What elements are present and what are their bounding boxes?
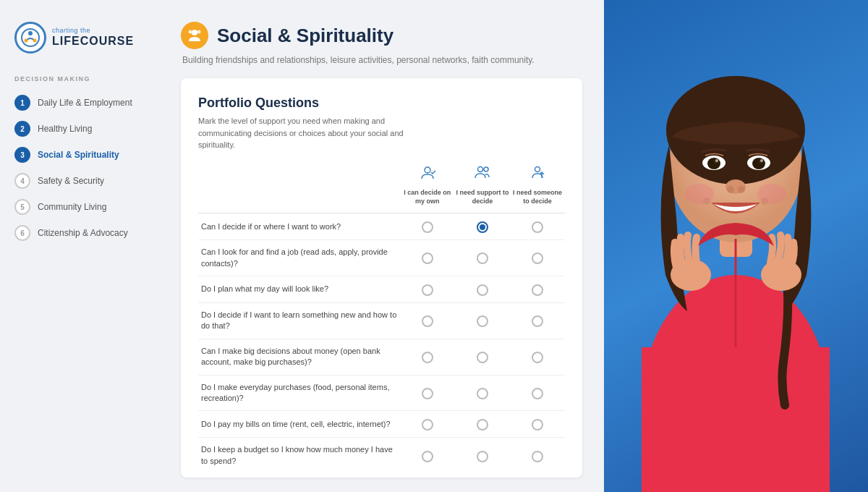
svg-point-28 [727, 186, 734, 193]
radio-option-1[interactable] [477, 419, 488, 430]
radio-cell[interactable] [510, 411, 565, 438]
radio-cell[interactable] [510, 240, 565, 276]
question-text: Can I decide if or where I want to work? [198, 213, 400, 240]
sidebar-item-healthy-living[interactable]: 2 Healthy Living [0, 116, 159, 142]
radio-option-1[interactable] [477, 253, 488, 264]
table-row: Do I make everyday purchases (food, pers… [198, 375, 565, 411]
radio-cell[interactable] [400, 411, 455, 438]
svg-rect-15 [642, 347, 830, 492]
radio-cell[interactable] [400, 240, 455, 276]
radio-option-1[interactable] [477, 451, 488, 462]
sidebar-label-1: Daily Life & Employment [38, 98, 132, 108]
sidebar-item-citizenship[interactable]: 6 Citizenship & Advocacy [0, 220, 159, 246]
radio-option-2[interactable] [532, 315, 543, 327]
svg-point-33 [757, 184, 786, 204]
questions-table: I can decide on my own [198, 164, 565, 474]
photo-background [604, 0, 868, 492]
photo-illustration [604, 0, 868, 492]
nav-num-2: 2 [14, 121, 30, 137]
page-title: Social & Spirituality [217, 25, 393, 47]
radio-option-0[interactable] [422, 388, 433, 399]
svg-point-29 [738, 186, 745, 193]
radio-cell[interactable] [510, 276, 565, 303]
radio-option-1[interactable] [477, 315, 488, 327]
radio-cell[interactable] [455, 303, 510, 339]
logo-area: charting the LIFECOURSE [0, 14, 159, 75]
radio-option-0[interactable] [422, 221, 433, 233]
svg-point-22 [715, 159, 718, 162]
table-row: Do I decide if I want to learn something… [198, 303, 565, 339]
portfolio-card: Portfolio Questions Mark the level of su… [181, 78, 582, 478]
radio-cell[interactable] [400, 303, 455, 339]
col-2-label: I need support to decide [455, 189, 510, 205]
sidebar-item-social[interactable]: 3 Social & Spirituality [0, 142, 159, 168]
radio-cell[interactable] [455, 240, 510, 276]
radio-cell[interactable] [455, 411, 510, 438]
need-someone-icon [529, 164, 546, 186]
radio-option-2[interactable] [532, 388, 543, 399]
radio-option-0[interactable] [422, 451, 433, 462]
radio-option-1[interactable] [477, 221, 488, 233]
nav-num-6: 6 [14, 225, 30, 241]
radio-cell[interactable] [455, 213, 510, 240]
sidebar-item-community[interactable]: 5 Community Living [0, 194, 159, 220]
sidebar-item-safety[interactable]: 4 Safety & Security [0, 168, 159, 194]
nav-num-5: 5 [14, 199, 30, 215]
logo-top: charting the [52, 27, 134, 35]
radio-cell[interactable] [455, 438, 510, 473]
radio-option-2[interactable] [532, 253, 543, 264]
radio-option-0[interactable] [422, 419, 433, 430]
svg-point-7 [425, 167, 430, 173]
radio-option-2[interactable] [532, 284, 543, 296]
radio-option-1[interactable] [477, 388, 488, 399]
sidebar-item-daily-life[interactable]: 1 Daily Life & Employment [0, 90, 159, 116]
radio-option-0[interactable] [422, 352, 433, 363]
sidebar-label-2: Healthy Living [38, 124, 92, 134]
logo-icon [14, 22, 46, 54]
radio-option-2[interactable] [532, 221, 543, 233]
sidebar-label-3: Social & Spirituality [38, 150, 119, 160]
radio-option-2[interactable] [532, 352, 543, 363]
table-row: Can I look for and find a job (read ads,… [198, 240, 565, 276]
radio-cell[interactable] [400, 213, 455, 240]
page-subtitle: Building friendships and relationships, … [181, 55, 582, 65]
radio-cell[interactable] [455, 375, 510, 411]
col-option-2-header: I need support to decide [455, 164, 510, 213]
radio-cell[interactable] [455, 339, 510, 375]
page-header: Social & Spirituality [181, 22, 582, 49]
radio-option-0[interactable] [422, 253, 433, 264]
question-text: Do I plan what my day will look like? [198, 276, 400, 303]
radio-cell[interactable] [510, 375, 565, 411]
svg-point-1 [28, 31, 33, 35]
svg-point-4 [192, 30, 197, 35]
table-row: Can I decide if or where I want to work? [198, 213, 565, 240]
portfolio-title: Portfolio Questions [198, 96, 565, 111]
radio-cell[interactable] [400, 438, 455, 473]
question-text: Do I pay my bills on time (rent, cell, e… [198, 411, 400, 438]
radio-option-0[interactable] [422, 284, 433, 296]
radio-option-1[interactable] [477, 284, 488, 296]
svg-point-24 [752, 158, 765, 169]
logo-text: charting the LIFECOURSE [52, 27, 134, 47]
radio-option-2[interactable] [532, 419, 543, 430]
sidebar-label-5: Community Living [38, 202, 106, 212]
radio-cell[interactable] [510, 303, 565, 339]
radio-cell[interactable] [400, 276, 455, 303]
radio-cell[interactable] [510, 339, 565, 375]
svg-point-32 [685, 184, 714, 204]
section-icon [181, 22, 208, 49]
radio-cell[interactable] [510, 213, 565, 240]
radio-cell[interactable] [400, 339, 455, 375]
radio-option-1[interactable] [477, 352, 488, 363]
radio-option-2[interactable] [532, 451, 543, 462]
sidebar: charting the LIFECOURSE DECISION MAKING … [0, 0, 159, 492]
col-option-1-header: I can decide on my own [400, 164, 455, 213]
sidebar-label-6: Citizenship & Advocacy [38, 228, 128, 238]
svg-point-8 [477, 166, 482, 171]
sidebar-section-label: DECISION MAKING [0, 75, 159, 90]
nav-num-1: 1 [14, 95, 30, 111]
radio-cell[interactable] [455, 276, 510, 303]
radio-option-0[interactable] [422, 315, 433, 327]
radio-cell[interactable] [510, 438, 565, 473]
radio-cell[interactable] [400, 375, 455, 411]
